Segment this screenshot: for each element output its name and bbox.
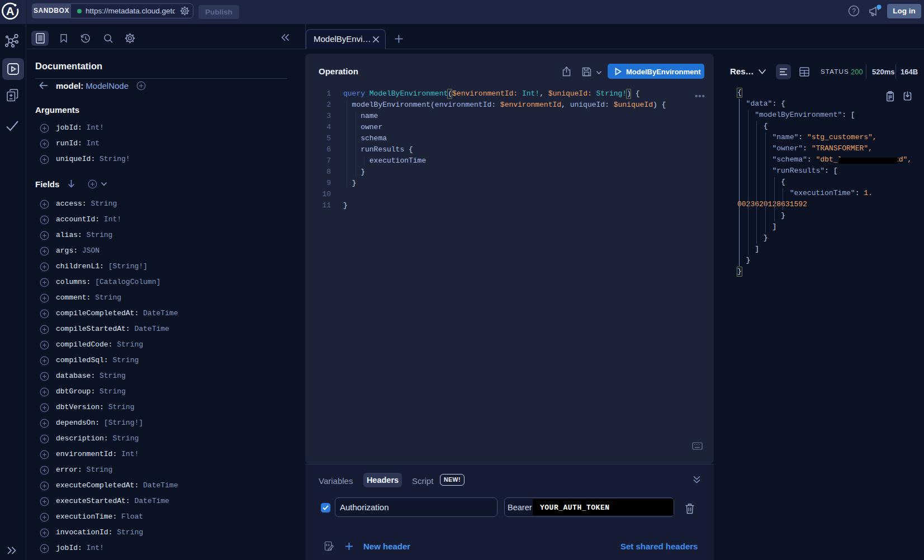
svg-text:?: ? xyxy=(852,7,856,15)
svg-text:A: A xyxy=(6,5,14,17)
